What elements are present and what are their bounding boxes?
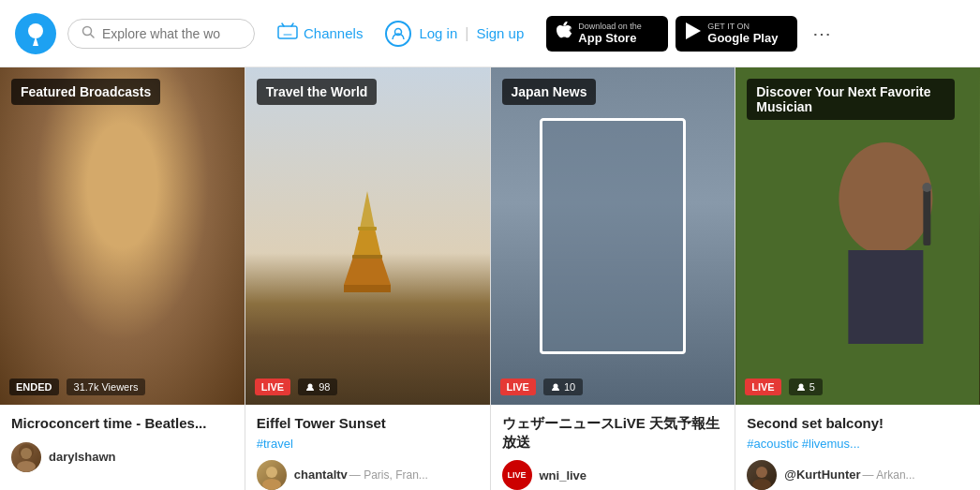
status-bar-featured: ENDED 31.7k Viewers: [9, 379, 145, 395]
svg-rect-16: [358, 227, 377, 230]
status-bar-musician: LIVE 5: [745, 379, 823, 395]
search-bar[interactable]: [67, 19, 255, 49]
svg-marker-13: [353, 229, 381, 257]
card-label-featured: Featured Broadcasts: [11, 79, 160, 105]
svg-rect-17: [352, 255, 382, 259]
viewers-icon-musician: [796, 382, 806, 392]
app-store-button[interactable]: Download on the App Store: [546, 16, 668, 52]
broadcast-card-featured[interactable]: Featured Broadcasts ENDED 31.7k Viewers …: [0, 67, 245, 490]
tv-icon: [277, 22, 298, 44]
viewer-count-featured: 31.7k Viewers: [67, 379, 146, 395]
card-info-travel: Eiffel Tower Sunset #travel chantaltv — …: [245, 405, 490, 490]
svg-rect-24: [849, 250, 924, 344]
card-info-musician: Second set balcony! #acoustic #livemus..…: [735, 405, 980, 490]
svg-line-3: [91, 34, 95, 37]
app-buttons: Download on the App Store GET IT ON Goog…: [546, 16, 797, 52]
location-chantaltv: — Paris, Fran...: [349, 468, 428, 482]
card-title-japan: ウェザーニュースLiVE 天気予報生放送: [502, 414, 724, 451]
location-kurt: — Arkan...: [863, 468, 915, 482]
viewers-icon-travel: [305, 382, 315, 392]
svg-rect-4: [278, 26, 297, 38]
card-info-japan: ウェザーニュースLiVE 天気予報生放送 LIVE wni_live: [491, 405, 735, 490]
auth-section: Log in | Sign up: [385, 21, 524, 47]
signup-button[interactable]: Sign up: [476, 25, 524, 41]
broadcast-card-japan[interactable]: Japan News LIVE 10 ウェザーニュースLiVE 天気予報生放送 …: [491, 67, 736, 490]
card-user-travel[interactable]: chantaltv — Paris, Fran...: [257, 460, 479, 490]
svg-point-20: [262, 479, 281, 490]
channels-button[interactable]: Channels: [277, 22, 363, 44]
avatar-kurt: [747, 460, 777, 490]
viewer-count-musician: 5: [789, 379, 823, 395]
search-icon: [82, 25, 95, 42]
svg-marker-12: [360, 191, 375, 229]
card-label-musician: Discover Your Next Favorite Musician: [747, 79, 955, 120]
header: Channels Log in | Sign up Download on th…: [0, 0, 980, 67]
card-user-japan[interactable]: LIVE wni_live: [502, 460, 724, 490]
viewer-count-travel: 98: [298, 379, 337, 395]
live-badge-musician: LIVE: [745, 379, 780, 395]
live-badge-japan: LIVE: [500, 379, 536, 395]
card-hashtag-travel: #travel: [257, 437, 479, 451]
channels-label: Channels: [304, 25, 363, 41]
svg-point-23: [839, 142, 933, 255]
card-user-featured[interactable]: darylshawn: [11, 442, 233, 472]
content-area: Featured Broadcasts ENDED 31.7k Viewers …: [0, 67, 980, 490]
card-title-featured: Microconcert time - Beatles...: [11, 414, 233, 433]
status-bar-japan: LIVE 10: [500, 379, 584, 395]
username-wni: wni_live: [540, 468, 587, 483]
card-info-featured: Microconcert time - Beatles... darylshaw…: [0, 405, 245, 480]
app-store-text: Download on the App Store: [578, 22, 642, 45]
viewers-icon-japan: [551, 382, 560, 392]
card-label-japan: Japan News: [502, 79, 597, 105]
auth-divider: |: [465, 25, 468, 42]
viewer-count-japan: 10: [543, 379, 583, 395]
svg-rect-15: [344, 285, 391, 292]
google-play-text: GET IT ON Google Play: [707, 22, 778, 45]
apple-icon: [556, 22, 572, 45]
broadcast-card-travel[interactable]: Travel the World LIVE 98 Eiffel Tower Su…: [245, 67, 491, 490]
user-icon: [385, 21, 411, 47]
broadcast-card-musician[interactable]: Discover Your Next Favorite Musician LIV…: [735, 67, 980, 490]
live-badge-travel: LIVE: [255, 379, 290, 395]
card-hashtag-musician: #acoustic #livemus...: [747, 437, 969, 451]
svg-point-26: [923, 183, 932, 192]
avatar-chantaltv: [257, 460, 287, 490]
eiffel-tower-icon: [339, 191, 395, 304]
username-darylshawn: darylshawn: [49, 450, 116, 464]
google-play-button[interactable]: GET IT ON Google Play: [676, 16, 797, 52]
japan-content: [540, 118, 686, 354]
more-button[interactable]: ⋯: [812, 22, 831, 45]
avatar-darylshawn: [11, 442, 41, 472]
avatar-wni: LIVE: [502, 460, 532, 490]
svg-point-10: [17, 461, 36, 472]
status-bar-travel: LIVE 98: [255, 379, 338, 395]
card-user-musician[interactable]: @KurtHunter — Arkan...: [747, 460, 969, 490]
svg-point-0: [28, 23, 43, 38]
svg-point-28: [756, 467, 767, 478]
svg-point-29: [752, 479, 771, 490]
ended-badge: ENDED: [9, 379, 59, 395]
svg-point-19: [266, 467, 277, 478]
username-chantaltv: chantaltv: [294, 468, 348, 482]
logo[interactable]: [15, 13, 56, 54]
google-play-icon: [685, 22, 702, 45]
card-title-travel: Eiffel Tower Sunset: [257, 414, 479, 433]
search-input[interactable]: [102, 26, 233, 41]
card-label-travel: Travel the World: [257, 79, 378, 105]
login-button[interactable]: Log in: [419, 25, 457, 41]
username-kurt: @KurtHunter: [784, 468, 860, 482]
svg-rect-25: [924, 189, 931, 245]
svg-marker-14: [344, 257, 391, 285]
card-title-musician: Second set balcony!: [747, 414, 969, 433]
svg-point-11: [19, 444, 34, 459]
